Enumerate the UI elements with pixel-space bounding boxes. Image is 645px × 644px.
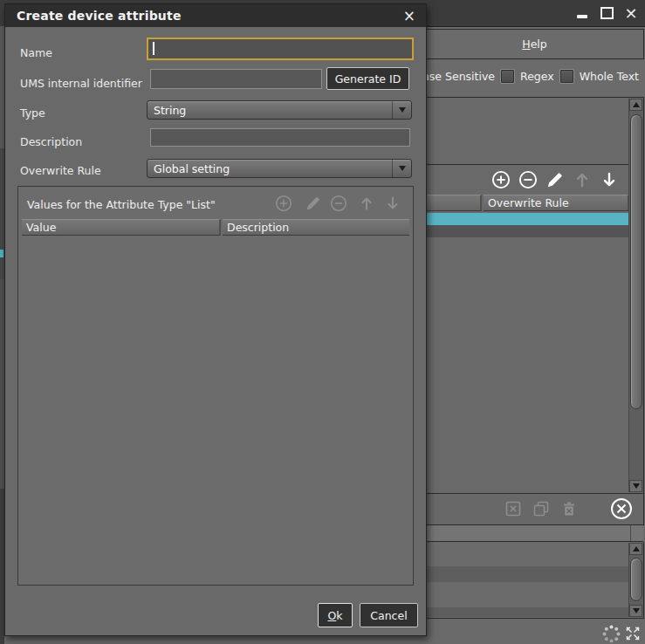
help-button-label: Help: [522, 38, 547, 51]
whole-text-label: Whole Text: [580, 70, 639, 83]
description-column-header[interactable]: Description: [223, 219, 409, 236]
scroll-down-icon[interactable]: [629, 605, 642, 617]
regex-checkbox[interactable]: [501, 70, 514, 83]
chevron-down-icon[interactable]: [392, 101, 411, 119]
type-label: Type: [20, 106, 45, 120]
values-group-title: Values for the Attribute Type "List": [27, 198, 216, 211]
dialog-title: Create device attribute: [17, 9, 182, 23]
vertical-scrollbar[interactable]: [628, 543, 643, 617]
scroll-up-icon[interactable]: [629, 99, 642, 111]
add-icon[interactable]: [275, 195, 292, 212]
overwrite-rule-select[interactable]: Global setting: [147, 159, 412, 178]
move-up-icon[interactable]: [358, 195, 375, 212]
remove-icon[interactable]: [330, 195, 347, 212]
create-device-attribute-dialog: Create device attribute × Name UMS inter…: [4, 3, 427, 636]
clear-box-icon[interactable]: [504, 500, 522, 517]
ums-id-input[interactable]: [150, 69, 322, 89]
scroll-down-icon[interactable]: [629, 480, 642, 492]
spinner-icon: [601, 624, 621, 644]
generate-id-button[interactable]: Generate ID: [326, 67, 409, 90]
text-caret: [153, 42, 154, 55]
type-select[interactable]: String: [147, 100, 412, 120]
move-down-icon[interactable]: [600, 170, 619, 189]
trash-icon[interactable]: [560, 500, 578, 517]
ok-button-label: Ok: [327, 609, 342, 622]
overwrite-rule-column-header[interactable]: Overwrite Rule: [484, 195, 629, 211]
help-button[interactable]: Help: [425, 29, 644, 59]
type-selected-value: String: [148, 104, 392, 117]
generate-id-label: Generate ID: [335, 72, 401, 86]
edit-pencil-icon[interactable]: [305, 195, 322, 212]
overwrite-rule-label: Overwrite Rule: [20, 164, 101, 177]
maximize-icon[interactable]: [600, 6, 614, 20]
scrollbar-thumb[interactable]: [630, 558, 642, 601]
scrollbar-thumb[interactable]: [630, 114, 642, 409]
whole-text-checkbox[interactable]: [560, 70, 573, 83]
overwrite-rule-selected-value: Global setting: [148, 162, 392, 175]
vertical-scrollbar[interactable]: [628, 99, 643, 492]
move-up-icon[interactable]: [573, 170, 592, 189]
description-input[interactable]: [150, 128, 410, 147]
values-table-header: Value Description: [22, 219, 409, 236]
window-controls: ×: [575, 0, 638, 26]
name-label: Name: [20, 46, 52, 59]
search-options-row: ase Sensitive Regex Whole Text: [422, 69, 639, 84]
dialog-close-icon[interactable]: ×: [403, 7, 415, 24]
cancel-circle-icon[interactable]: [610, 497, 633, 520]
close-icon[interactable]: ×: [624, 6, 638, 20]
value-column-header[interactable]: Value: [22, 219, 221, 236]
values-list-group: Values for the Attribute Type "List": [17, 186, 414, 586]
move-down-icon[interactable]: [384, 195, 401, 212]
copy-icon[interactable]: [532, 500, 550, 517]
cancel-button[interactable]: Cancel: [360, 603, 418, 627]
ums-id-label: UMS internal identifier: [20, 77, 142, 90]
transfer-arrows-icon: [625, 626, 641, 641]
edit-pencil-icon[interactable]: [546, 170, 565, 189]
regex-label: Regex: [520, 70, 554, 83]
dialog-titlebar[interactable]: Create device attribute ×: [5, 4, 426, 27]
description-label: Description: [20, 135, 82, 148]
case-sensitive-label: ase Sensitive: [422, 70, 495, 83]
minimize-icon[interactable]: [575, 6, 589, 20]
chevron-down-icon[interactable]: [392, 160, 411, 177]
add-icon[interactable]: [491, 170, 511, 189]
cancel-button-label: Cancel: [370, 609, 407, 622]
name-input[interactable]: [147, 38, 414, 60]
screen: × Help ase Sensitive Regex Whole Text: [0, 0, 645, 644]
remove-icon[interactable]: [518, 170, 538, 189]
tree-selection-fragment: [0, 250, 3, 257]
ok-button[interactable]: Ok: [318, 603, 353, 627]
values-table-body[interactable]: [22, 236, 409, 581]
scroll-up-icon[interactable]: [629, 543, 642, 555]
